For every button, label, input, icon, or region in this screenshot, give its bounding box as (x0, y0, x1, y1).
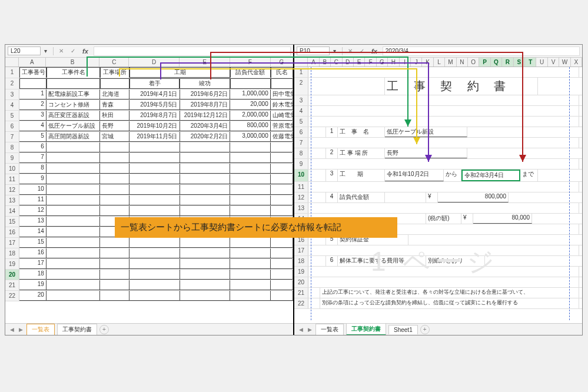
col-header[interactable]: X (571, 58, 582, 67)
val-place: 長野 (385, 148, 467, 158)
split-frame: L20 ▾ ✕ ✓ fx A B C D E F G 1 工事番号 工事件名 工… (5, 44, 583, 335)
col-header[interactable]: R (502, 58, 513, 67)
formula-input-left[interactable] (94, 46, 291, 56)
formula-bar-left: L20 ▾ ✕ ✓ fx (5, 45, 293, 58)
col-header[interactable]: F (230, 58, 271, 67)
tab-nav-next-icon[interactable]: ▶ (18, 327, 24, 333)
grid-left[interactable]: 1 工事番号 工事件名 工事場所 工期 請負代金額 氏名2 着手竣功 3 1 配… (5, 67, 293, 323)
col-header[interactable]: C (99, 58, 129, 67)
col-header[interactable]: I (400, 58, 411, 67)
col-header[interactable]: K (422, 58, 433, 67)
grid-right[interactable]: 1 ページ 12工 事 契 約 書34561工 事 名低圧ケーブル新設782工 … (294, 67, 582, 323)
pane-left: L20 ▾ ✕ ✓ fx A B C D E F G 1 工事番号 工事件名 工… (5, 45, 294, 335)
val-name: 低圧ケーブル新設 (385, 127, 467, 137)
tab-list[interactable]: 一覧表 (315, 324, 344, 335)
table-row[interactable]: 3 1 配電線新設工事 北海道 2019年4月1日 2019年6月2日 1,00… (5, 89, 293, 100)
val-to: 令和2年3月4日 (461, 170, 520, 181)
col-headers-right[interactable]: ABCDEFGHIJKLMNOPQRSTUVWX (294, 58, 582, 67)
fx-icon[interactable]: fx (81, 48, 90, 55)
tab-nav-prev-icon[interactable]: ◀ (298, 327, 304, 333)
namebox-dropdown-icon[interactable]: ▾ (44, 48, 47, 54)
col-header[interactable]: H (388, 58, 399, 67)
col-header[interactable]: W (559, 58, 570, 67)
namebox-dropdown-icon[interactable]: ▾ (333, 48, 336, 54)
col-header[interactable]: V (548, 58, 559, 67)
tab-contract[interactable]: 工事契約書 (57, 324, 97, 335)
table-row[interactable]: 6 4 低圧ケーブル新設 長野 2019年10月2日 2020年3月4日 800… (5, 121, 293, 132)
pane-right: P10 ▾ ✕ ✓ fx 2020/3/4 ABCDEFGHIJKLMNOPQR… (294, 45, 582, 335)
col-header[interactable]: U (536, 58, 547, 67)
col-header[interactable]: M (445, 58, 456, 67)
tab-nav-next-icon[interactable]: ▶ (307, 327, 313, 333)
col-header[interactable]: T (525, 58, 536, 67)
table-row[interactable]: 7 5 高圧開閉器新設 宮城 2019年11月5日 2020年2月2日 3,00… (5, 132, 293, 142)
col-header[interactable]: B (320, 58, 331, 67)
col-header[interactable]: A (19, 58, 46, 67)
col-header[interactable]: E (180, 58, 230, 67)
table-row[interactable]: 4 2 コンセント修繕 青森 2019年5月5日 2019年8月7日 20,00… (5, 100, 293, 111)
col-header[interactable]: D (129, 58, 180, 67)
annotation-callout: 一覧表シートから工事契約書シートに必要な情報を転記 (115, 217, 397, 238)
col-header[interactable]: E (354, 58, 365, 67)
sheet-tabs-right: ◀ ▶ 一覧表 工事契約書 Sheet1 + (294, 323, 582, 335)
tab-sheet1[interactable]: Sheet1 (388, 325, 418, 334)
col-header[interactable]: L (434, 58, 445, 67)
formula-bar-right: P10 ▾ ✕ ✓ fx 2020/3/4 (294, 45, 582, 58)
cancel-icon[interactable]: ✕ (57, 48, 65, 54)
cancel-icon[interactable]: ✕ (346, 48, 354, 54)
col-header[interactable]: J (411, 58, 422, 67)
select-all-corner[interactable] (5, 58, 19, 67)
tab-contract[interactable]: 工事契約書 (346, 323, 386, 335)
col-headers-left[interactable]: A B C D E F G (5, 58, 293, 67)
name-box-right[interactable]: P10 (297, 46, 330, 55)
table-row[interactable]: 5 3 高圧変圧器新設 秋田 2019年8月7日 2019年12月12日 2,0… (5, 111, 293, 121)
add-sheet-icon[interactable]: + (420, 325, 430, 334)
tab-list[interactable]: 一覧表 (26, 324, 55, 335)
select-all-corner[interactable] (294, 58, 308, 67)
col-header[interactable]: C (331, 58, 342, 67)
col-header[interactable]: G (377, 58, 388, 67)
col-header[interactable]: D (343, 58, 354, 67)
val-amount: 800,000 (438, 192, 509, 202)
tab-nav-prev-icon[interactable]: ◀ (9, 327, 15, 333)
confirm-icon[interactable]: ✓ (69, 48, 77, 54)
confirm-icon[interactable]: ✓ (358, 48, 366, 54)
add-sheet-icon[interactable]: + (99, 325, 109, 334)
col-header[interactable]: P (479, 58, 490, 67)
col-header[interactable]: A (308, 58, 319, 67)
val-from: 令和1年10月2日 (385, 170, 444, 181)
col-header[interactable]: O (468, 58, 479, 67)
col-header[interactable]: G (271, 58, 293, 67)
col-header[interactable]: B (46, 58, 100, 67)
col-header[interactable]: S (514, 58, 525, 67)
fx-icon[interactable]: fx (370, 48, 379, 55)
name-box-left[interactable]: L20 (8, 46, 41, 55)
col-header[interactable]: F (365, 58, 376, 67)
col-header[interactable]: Q (491, 58, 502, 67)
sheet-tabs-left: ◀ ▶ 一覧表 工事契約書 + (5, 323, 293, 335)
page-title: 工 事 契 約 書 (385, 78, 538, 95)
formula-input-right[interactable]: 2020/3/4 (383, 46, 580, 56)
col-header[interactable]: N (457, 58, 468, 67)
